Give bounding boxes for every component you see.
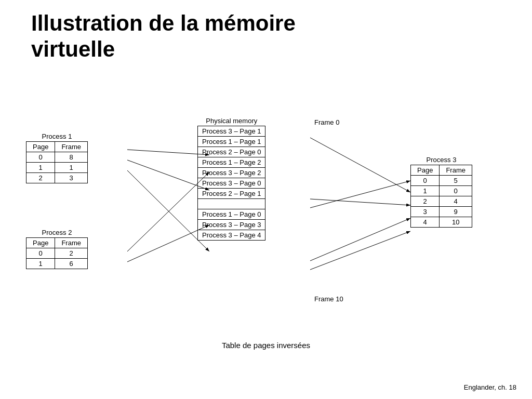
page-cell: 4 [411,217,440,228]
page-cell: 0 [26,248,55,259]
process2-title: Process 2 [42,229,72,236]
process1-col-page: Page [26,142,55,152]
page-cell: 0 [411,176,440,186]
table-row: 16 [26,259,88,269]
frame10-label: Frame 10 [314,295,343,303]
process3-col-page: Page [411,165,440,176]
process2-table: Process 2 Page Frame 0216 [26,229,88,269]
page-cell: 0 [26,152,55,163]
frame-cell: 9 [440,207,472,217]
frame-cell: 8 [55,152,88,163]
frame-cell: 10 [440,217,472,228]
phys-cell: Process 2 – Page 0 [198,147,265,157]
table-row: 410 [411,217,472,228]
phys-p3p4-arrow [310,231,410,270]
frame-cell: 4 [440,196,472,207]
table-row: Process 3 – Page 1 [198,126,265,137]
phys-cell: Process 3 – Page 1 [198,126,265,137]
phys-cell: Process 1 – Page 1 [198,137,265,147]
page-cell: 1 [26,259,55,269]
table-row: Process 1 – Page 1 [198,137,265,147]
process2-col-frame: Frame [55,238,88,248]
process3-title: Process 3 [427,156,457,164]
physical-memory-table: Physical memory Process 3 – Page 1Proces… [197,117,265,241]
table-row: Process 1 – Page 0 [198,209,265,220]
table-row: Process 3 – Page 4 [198,230,265,241]
frame-cell: 0 [440,186,472,196]
attribution: Englander, ch. 18 [464,383,516,391]
table-row: Process 3 – Page 0 [198,178,265,189]
phys-p3p2-arrow [310,199,410,205]
phys-cell: Process 3 – Page 0 [198,178,265,189]
table-row: 11 [26,163,88,173]
frame-cell: 1 [55,163,88,173]
table-row: 05 [411,176,472,186]
process2-col-page: Page [26,238,55,248]
process3-data-table: Page Frame 05102439410 [410,165,472,228]
table-row: 02 [26,248,88,259]
frame-cell: 6 [55,259,88,269]
page-cell: 3 [411,207,440,217]
page-cell: 1 [26,163,55,173]
physical-memory-title: Physical memory [206,117,257,125]
table-row: 39 [411,207,472,217]
frame0-label: Frame 0 [314,118,339,126]
table-row: 10 [411,186,472,196]
caption: Table de pages inversées [0,341,532,350]
phys-cell: Process 2 – Page 1 [198,189,265,199]
process1-table: Process 1 Page Frame 081123 [26,132,88,183]
page-cell: 2 [411,196,440,207]
phys-cell [198,199,265,209]
phys-cell: Process 1 – Page 2 [198,157,265,168]
process1-title: Process 1 [42,132,72,140]
table-row: 24 [411,196,472,207]
table-row: Process 3 – Page 3 [198,220,265,230]
phys-cell: Process 3 – Page 2 [198,168,265,178]
process3-col-frame: Frame [440,165,472,176]
process1-data-table: Page Frame 081123 [26,141,88,183]
process3-table: Process 3 Page Frame 05102439410 [410,156,472,228]
page-title: Illustration de la mémoire virtuelle [31,10,296,63]
table-row: 23 [26,173,88,183]
process1-col-frame: Frame [55,142,88,152]
table-row: Process 1 – Page 2 [198,157,265,168]
table-row [198,199,265,209]
page-cell: 1 [411,186,440,196]
phys-p3p0-arrow [310,181,410,208]
table-row: Process 3 – Page 2 [198,168,265,178]
phys-cell: Process 1 – Page 0 [198,209,265,220]
frame-cell: 5 [440,176,472,186]
frame-cell: 3 [55,173,88,183]
phys-p3p1-arrow [310,138,410,192]
phys-p3p3-arrow [310,218,410,261]
frame-cell: 2 [55,248,88,259]
phys-cell: Process 3 – Page 3 [198,220,265,230]
table-row: Process 2 – Page 0 [198,147,265,157]
table-row: 08 [26,152,88,163]
process2-data-table: Page Frame 0216 [26,237,88,269]
phys-cell: Process 3 – Page 4 [198,230,265,241]
table-row: Process 2 – Page 1 [198,189,265,199]
physical-memory-data-table: Process 3 – Page 1Process 1 – Page 1Proc… [197,126,265,241]
page-cell: 2 [26,173,55,183]
